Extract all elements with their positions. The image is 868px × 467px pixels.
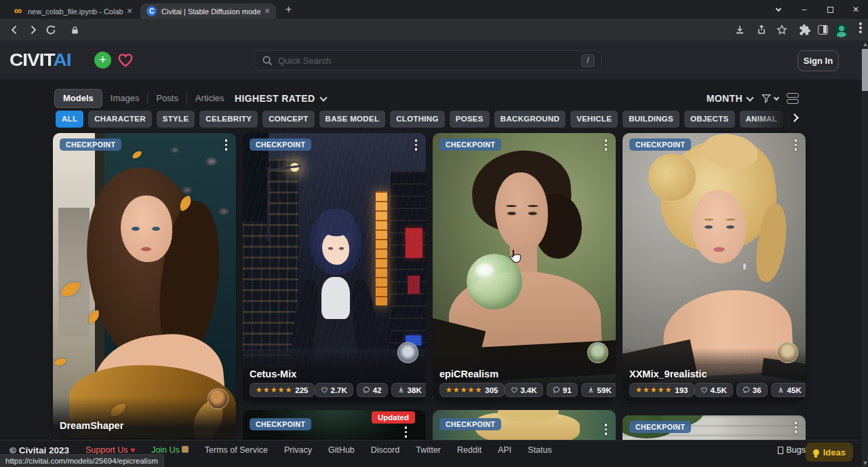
tab-articles[interactable]: Articles [187, 89, 233, 108]
heart-icon [321, 386, 328, 394]
tab-models[interactable]: Models [54, 89, 102, 108]
card-menu-icon[interactable] [415, 139, 418, 151]
browser-tab-colab[interactable]: ∞ new_colab_file.ipynb - Colaborat ✕ [7, 3, 138, 19]
card-size-toggle-icon[interactable] [787, 93, 799, 105]
tab-close-icon[interactable]: ✕ [125, 6, 134, 16]
category-chips: ALL CHARACTER STYLE CELEBRITY CONCEPT BA… [56, 111, 806, 128]
downloads-pill: 38K [391, 383, 426, 397]
scrollbar-up-arrow[interactable] [863, 43, 867, 46]
card-menu-icon[interactable] [405, 426, 408, 438]
card-menu-icon[interactable] [605, 139, 608, 151]
new-tab-button[interactable]: + [283, 5, 294, 15]
model-type-badge: CHECKPOINT [629, 421, 691, 433]
model-card-epicrealism[interactable]: CHECKPOINT epiCRealism ★★★★★305 3.4K 91 … [433, 133, 616, 402]
chip-background[interactable]: BACKGROUND [494, 111, 566, 128]
chip-poses[interactable]: POSES [450, 111, 490, 128]
extensions-puzzle-icon[interactable] [799, 24, 811, 36]
scrollbar-down-arrow[interactable] [863, 462, 867, 465]
browser-toolbar: civitai.com [0, 19, 868, 41]
favorites-heart-icon[interactable] [117, 51, 134, 69]
creator-avatar[interactable] [777, 342, 798, 363]
civitai-logo[interactable]: CIVITAI [9, 50, 71, 70]
sign-in-button[interactable]: Sign In [797, 50, 839, 71]
window-minimize-button[interactable]: – [793, 0, 815, 19]
chip-all[interactable]: ALL [56, 111, 83, 128]
bookmark-star-icon[interactable] [776, 24, 788, 36]
creator-avatar[interactable] [208, 388, 229, 409]
tab-search-chevron-icon[interactable] [768, 0, 789, 19]
card-menu-icon[interactable] [225, 139, 228, 151]
model-type-badge: CHECKPOINT [250, 138, 311, 151]
tab-posts[interactable]: Posts [148, 89, 186, 108]
ideas-button[interactable]: Ideas [806, 443, 853, 462]
chip-concept[interactable]: CONCEPT [262, 111, 314, 128]
model-title: XXMix_9realistic [629, 369, 799, 379]
tab-images[interactable]: Images [102, 89, 148, 108]
share-icon[interactable] [755, 24, 768, 36]
window-close-button[interactable]: ✕ [845, 0, 867, 19]
footer-link-github[interactable]: GitHub [328, 445, 355, 455]
scrollbar-thumb[interactable] [862, 49, 868, 91]
footer-link-support-us[interactable]: Support Us ♥ [85, 445, 135, 455]
card-menu-icon[interactable] [795, 139, 797, 151]
search-input[interactable] [278, 52, 563, 69]
comments-pill: 42 [357, 383, 388, 397]
browser-menu-icon[interactable] [854, 22, 867, 35]
model-card-cetus-mix[interactable]: CHECKPOINT Cetus-Mix ★★★★★225 2.7K 42 38… [243, 133, 426, 402]
filter-dropdown[interactable] [761, 93, 778, 104]
creator-avatar[interactable] [587, 342, 608, 363]
footer-link-terms[interactable]: Terms of Service [205, 445, 268, 455]
model-card-xxmix9realistic[interactable]: CHECKPOINT XXMix_9realistic ★★★★★193 4.5… [623, 133, 806, 402]
browser-tab-civitai[interactable]: C Civitai | Stable Diffusion models, ✕ [140, 3, 276, 19]
forward-icon[interactable] [27, 24, 39, 36]
model-type-badge: CHECKPOINT [60, 138, 121, 151]
period-dropdown[interactable]: MONTH [707, 93, 753, 104]
chip-celebrity[interactable]: CELEBRITY [199, 111, 258, 128]
search-bar[interactable]: / [254, 50, 601, 71]
page-scrollbar[interactable] [862, 41, 868, 467]
chip-character[interactable]: CHARACTER [88, 111, 152, 128]
create-plus-button[interactable]: + [94, 52, 111, 69]
model-card-dreamshaper[interactable]: CHECKPOINT DreamShaper [53, 133, 236, 438]
creator-avatar[interactable] [397, 342, 418, 363]
chip-vehicle[interactable]: VEHICLE [570, 111, 618, 128]
search-icon [262, 55, 273, 67]
reload-icon[interactable] [45, 24, 57, 36]
footer-link-reddit[interactable]: Reddit [457, 445, 481, 455]
back-icon[interactable] [8, 24, 20, 36]
chevron-down-icon [746, 94, 753, 101]
card-menu-icon[interactable] [605, 424, 608, 435]
bugs-button[interactable]: Bugs [778, 445, 806, 455]
tab-title: new_colab_file.ipynb - Colaborat [28, 7, 123, 16]
footer-link-discord[interactable]: Discord [371, 445, 399, 455]
chip-buildings[interactable]: BUILDINGS [623, 111, 679, 128]
chip-base-model[interactable]: BASE MODEL [319, 111, 386, 128]
download-icon [777, 386, 785, 394]
filter-funnel-icon [761, 93, 772, 104]
chip-objects[interactable]: OBJECTS [684, 111, 734, 128]
footer-link-twitter[interactable]: Twitter [416, 445, 441, 455]
footer-link-privacy[interactable]: Privacy [284, 445, 312, 455]
moneybag-icon [182, 446, 189, 453]
chip-clothing[interactable]: CLOTHING [390, 111, 444, 128]
link-preview-statusbar: https://civitai.com/models/25694/epicrea… [0, 454, 164, 467]
heart-icon [511, 386, 518, 394]
sidebar-icon[interactable] [818, 25, 828, 35]
footer-link-status[interactable]: Status [528, 445, 551, 455]
model-type-badge: CHECKPOINT [250, 418, 311, 430]
footer-link-api[interactable]: API [498, 445, 511, 455]
profile-avatar[interactable] [834, 23, 848, 37]
card-menu-icon[interactable] [795, 422, 797, 433]
filter-controls: MONTH [707, 89, 799, 108]
mouse-cursor [509, 249, 522, 264]
download-icon[interactable] [734, 24, 746, 36]
sort-dropdown[interactable]: HIGHEST RATED [235, 89, 326, 108]
chip-style[interactable]: STYLE [157, 111, 195, 128]
window-maximize-button[interactable] [819, 0, 841, 19]
footer-link-join-us[interactable]: Join Us [151, 445, 189, 455]
chips-fade [753, 109, 806, 130]
tab-close-icon[interactable]: ✕ [262, 6, 272, 16]
rating-pill: ★★★★★225 [250, 383, 315, 397]
heart-icon: ♥ [130, 445, 135, 455]
model-type-badge: CHECKPOINT [629, 138, 691, 151]
